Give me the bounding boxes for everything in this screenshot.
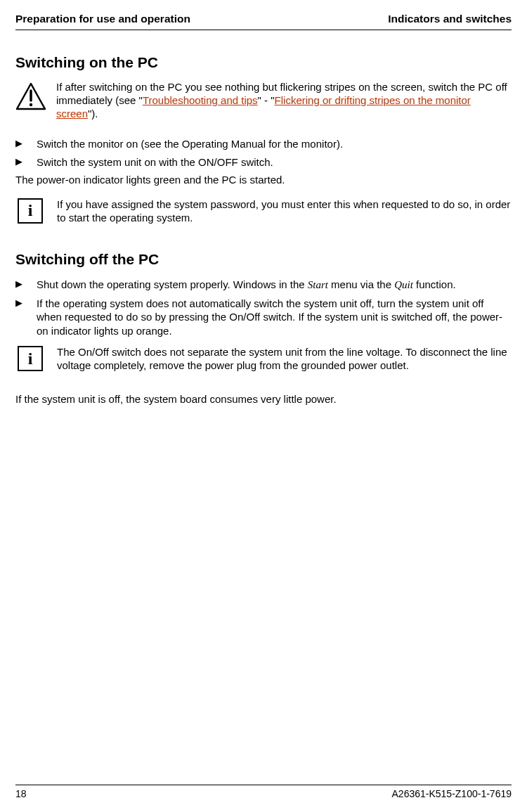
body-paragraph: The power-on indicator lights green and … bbox=[15, 173, 512, 187]
info-text: If you have assigned the system password… bbox=[57, 198, 512, 225]
header-left: Preparation for use and operation bbox=[15, 13, 190, 25]
document-number: A26361-K515-Z100-1-7619 bbox=[392, 788, 512, 799]
list-item: ▶ Shut down the operating system properl… bbox=[15, 278, 512, 292]
section-heading-switch-off: Switching off the PC bbox=[15, 251, 512, 268]
italic-quit: Quit bbox=[394, 279, 413, 290]
list-item: ▶ If the operating system does not autom… bbox=[15, 297, 512, 338]
info-icon: i bbox=[18, 198, 43, 224]
triangle-bullet-icon: ▶ bbox=[15, 297, 37, 309]
link-troubleshooting[interactable]: Troubleshooting and tips bbox=[143, 94, 258, 106]
svg-point-2 bbox=[30, 103, 32, 106]
bullet-list-off: ▶ Shut down the operating system properl… bbox=[15, 278, 512, 337]
warning-text: If after switching on the PC you see not… bbox=[56, 81, 512, 120]
warning-icon bbox=[15, 81, 46, 110]
triangle-bullet-icon: ▶ bbox=[15, 155, 37, 168]
page-number: 18 bbox=[15, 788, 27, 799]
bullet-list-on: ▶ Switch the monitor on (see the Operati… bbox=[15, 137, 512, 169]
triangle-bullet-icon: ▶ bbox=[15, 137, 37, 150]
triangle-bullet-icon: ▶ bbox=[15, 278, 37, 290]
info-block: i If you have assigned the system passwo… bbox=[15, 198, 512, 225]
info-text: The On/Off switch does not separate the … bbox=[57, 346, 512, 373]
warning-block: If after switching on the PC you see not… bbox=[15, 81, 512, 120]
list-item: ▶ Switch the system unit on with the ON/… bbox=[15, 155, 512, 169]
info-icon: i bbox=[18, 346, 43, 371]
italic-start: Start bbox=[308, 279, 328, 290]
info-block: i The On/Off switch does not separate th… bbox=[15, 346, 512, 373]
list-item: ▶ Switch the monitor on (see the Operati… bbox=[15, 137, 512, 151]
body-paragraph: If the system unit is off, the system bo… bbox=[15, 392, 512, 406]
header-right: Indicators and switches bbox=[388, 13, 512, 25]
page-footer: 18 A26361-K515-Z100-1-7619 bbox=[15, 785, 512, 799]
section-heading-switch-on: Switching on the PC bbox=[15, 54, 512, 71]
page-header: Preparation for use and operation Indica… bbox=[15, 13, 512, 30]
